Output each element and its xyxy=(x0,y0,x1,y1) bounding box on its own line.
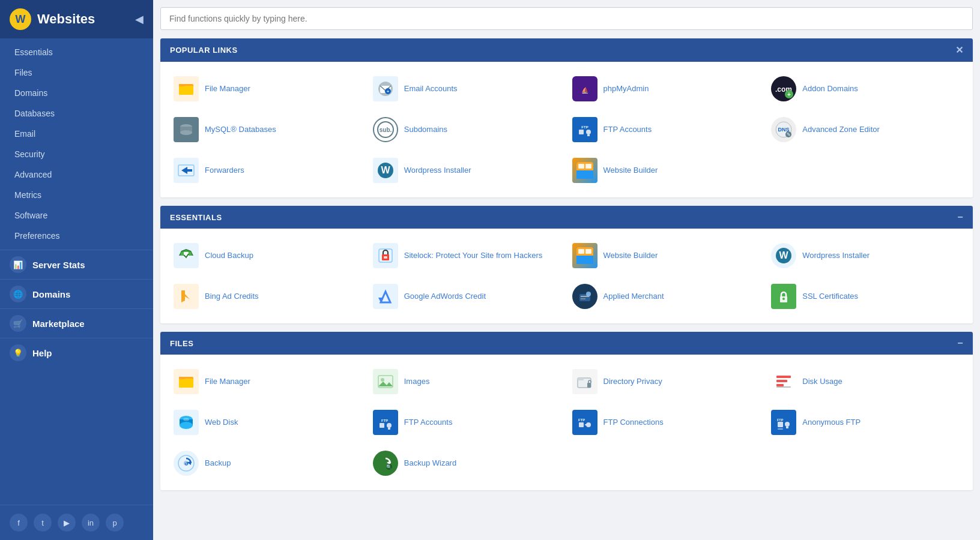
essentials-header: ESSENTIALS − xyxy=(160,206,973,229)
sitelock-label: Sitelock: Protect Your Site from Hackers xyxy=(404,251,542,261)
popular-link-email-accounts[interactable]: + Email Accounts xyxy=(369,71,565,106)
files-images[interactable]: Images xyxy=(369,364,565,399)
subdomains-icon: sub. xyxy=(373,117,398,142)
sidebar-item-software[interactable]: Software xyxy=(0,205,153,226)
search-input[interactable] xyxy=(160,7,973,30)
popular-link-wp-installer[interactable]: W Wordpress Installer xyxy=(369,153,565,188)
files-directory-privacy[interactable]: Directory Privacy xyxy=(569,364,764,399)
ftp-conn-svg: FTP xyxy=(576,414,593,431)
anon-ftp-svg: FTP xyxy=(775,414,792,431)
essentials-section: ESSENTIALS − Cloud Backup xyxy=(160,206,973,323)
web-disk-svg xyxy=(178,414,195,431)
svg-rect-78 xyxy=(377,414,394,431)
disk-usage-icon xyxy=(771,369,796,394)
popular-links-body: File Manager + Email Accounts xyxy=(160,62,973,197)
svg-point-57 xyxy=(586,292,591,296)
sidebar-item-files[interactable]: Files xyxy=(0,62,153,83)
applied-svg xyxy=(576,288,593,305)
svg-text:+: + xyxy=(787,91,791,98)
popular-link-addon-domains[interactable]: .com + Addon Domains xyxy=(767,71,963,106)
files-collapse[interactable]: − xyxy=(957,338,963,349)
svg-point-65 xyxy=(381,378,384,382)
files-ftp-accounts[interactable]: FTP FTP Accounts xyxy=(369,405,565,440)
forwarders-label: Forwarders xyxy=(205,166,244,176)
sidebar-logo: W xyxy=(10,8,31,30)
files-backup-wizard[interactable]: 🔍 Backup Wizard xyxy=(369,446,565,481)
popular-link-phpmyadmin[interactable]: ⛵ phpMyAdmin xyxy=(569,71,764,106)
svg-rect-41 xyxy=(384,256,387,259)
files-ftp-connections[interactable]: FTP FTP Connections xyxy=(569,405,764,440)
essentials-ssl-certificates[interactable]: SSL Certificates xyxy=(767,279,963,314)
essentials-sitelock[interactable]: Sitelock: Protect Your Site from Hackers xyxy=(369,238,565,273)
bing-icon xyxy=(174,284,199,309)
sidebar-header: W Websites ◀ xyxy=(0,0,153,38)
sidebar-item-essentials[interactable]: Essentials xyxy=(0,42,153,62)
popular-link-forwarders[interactable]: Forwarders xyxy=(170,153,366,188)
sidebar-section-server-stats[interactable]: 📊 Server Stats xyxy=(0,250,153,279)
sidebar-section-domains[interactable]: 🌐 Domains xyxy=(0,279,153,308)
anon-ftp-label: Anonymous FTP xyxy=(802,418,861,428)
twitter-button[interactable]: t xyxy=(34,514,52,532)
dir-privacy-label: Directory Privacy xyxy=(603,377,662,387)
svg-point-22 xyxy=(586,130,591,134)
sidebar-item-databases[interactable]: Databases xyxy=(0,103,153,124)
popular-link-subdomains[interactable]: sub. Subdomains xyxy=(369,112,565,147)
sidebar-item-advanced[interactable]: Advanced xyxy=(0,164,153,185)
sidebar-item-metrics[interactable]: Metrics xyxy=(0,185,153,205)
essentials-wp-installer[interactable]: W Wordpress Installer xyxy=(767,238,963,273)
files-anonymous-ftp[interactable]: FTP Anonymous FTP xyxy=(767,405,963,440)
popular-link-mysql[interactable]: MySQL® Databases xyxy=(170,112,366,147)
file-manager2-svg xyxy=(178,373,195,390)
bing-label: Bing Ad Credits xyxy=(205,292,259,302)
svg-rect-91 xyxy=(786,427,788,428)
popular-links-header: POPULAR LINKS ✕ xyxy=(160,38,973,62)
svg-rect-80 xyxy=(380,423,384,428)
popular-link-file-manager[interactable]: File Manager xyxy=(170,71,366,106)
files-file-manager[interactable]: File Manager xyxy=(170,364,366,399)
pinterest-button[interactable]: p xyxy=(106,514,124,532)
popular-link-ftp-accounts[interactable]: FTP FTP Accounts xyxy=(569,112,764,147)
google-ads-icon xyxy=(373,284,398,309)
svg-text:FTP: FTP xyxy=(381,419,388,422)
ftp-accounts-icon: FTP xyxy=(572,117,597,142)
sidebar-title: Websites xyxy=(37,11,95,27)
sidebar-item-domains[interactable]: Domains xyxy=(0,83,153,103)
essentials-applied-merchant[interactable]: Applied Merchant xyxy=(569,279,764,314)
sidebar-section-marketplace[interactable]: 🛒 Marketplace xyxy=(0,308,153,338)
svg-text:W: W xyxy=(381,165,390,175)
essentials-website-builder[interactable]: Website Builder xyxy=(569,238,764,273)
youtube-button[interactable]: ▶ xyxy=(58,514,76,532)
sidebar-item-security[interactable]: Security xyxy=(0,144,153,164)
svg-point-60 xyxy=(782,298,785,300)
files-disk-usage[interactable]: Disk Usage xyxy=(767,364,963,399)
adv-zone-label: Advanced Zone Editor xyxy=(802,125,880,135)
addon-domains-label: Addon Domains xyxy=(802,84,858,94)
files-web-disk[interactable]: Web Disk xyxy=(170,405,366,440)
ftp-accounts2-icon: FTP xyxy=(373,410,398,435)
essentials-bing-ad-credits[interactable]: Bing Ad Credits xyxy=(170,279,366,314)
marketplace-label: Marketplace xyxy=(32,319,85,329)
sidebar-section-help[interactable]: 💡 Help xyxy=(0,338,153,367)
backup-wiz-svg: 🔍 xyxy=(377,455,394,472)
essentials-cloud-backup[interactable]: Cloud Backup xyxy=(170,238,366,273)
files-backup[interactable]: ↺ Backup xyxy=(170,446,366,481)
popular-links-grid: File Manager + Email Accounts xyxy=(170,71,963,188)
mysql-svg xyxy=(178,121,195,138)
linkedin-button[interactable]: in xyxy=(82,514,100,532)
cloud-backup-icon xyxy=(174,243,199,268)
popular-link-website-builder[interactable]: Website Builder xyxy=(569,153,764,188)
phpmyadmin-icon: ⛵ xyxy=(572,76,597,101)
website-builder-label: Website Builder xyxy=(603,166,658,176)
addon-domains-icon: .com + xyxy=(771,76,796,101)
web-disk-label: Web Disk xyxy=(205,418,238,428)
images-svg xyxy=(377,373,394,390)
essentials-collapse[interactable]: − xyxy=(957,212,963,223)
sidebar-collapse-arrow[interactable]: ◀ xyxy=(135,13,144,26)
domains-label: Domains xyxy=(32,289,70,299)
facebook-button[interactable]: f xyxy=(10,514,28,532)
essentials-google-adwords[interactable]: Google AdWords Credit xyxy=(369,279,565,314)
popular-links-close[interactable]: ✕ xyxy=(955,44,964,56)
popular-link-adv-zone-editor[interactable]: DNS ✎ Advanced Zone Editor xyxy=(767,112,963,147)
sidebar-item-email[interactable]: Email xyxy=(0,124,153,144)
sidebar-item-preferences[interactable]: Preferences xyxy=(0,226,153,246)
